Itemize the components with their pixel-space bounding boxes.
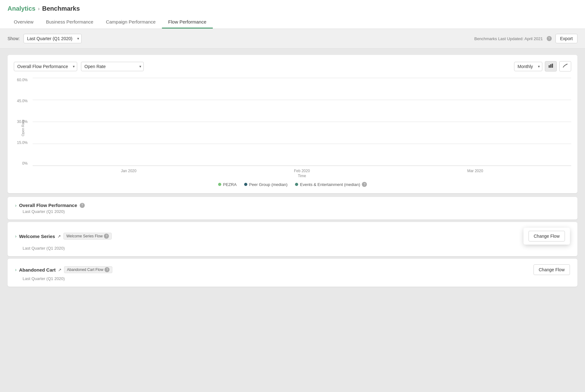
abandoned-flow-date: Last Quarter (Q1 2020)	[15, 276, 570, 281]
flow-row-abandoned: › Abandoned Cart ↗ Abandoned Cart Flow ?…	[8, 259, 577, 287]
chart-inner: Jan 2020 Feb 2020 Mar 2020 Time	[33, 78, 571, 178]
bar-chart-icon	[548, 64, 553, 69]
abandoned-flow-badge: Abandoned Cart Flow ?	[64, 266, 112, 273]
toolbar-right: Benchmarks Last Updated: April 2021 ? Ex…	[474, 34, 577, 43]
flow-row-welcome-left: › Welcome Series ↗ Welcome Series Flow ?	[15, 233, 112, 240]
header: Analytics › Benchmarks Overview Business…	[0, 0, 585, 29]
tab-overview[interactable]: Overview	[8, 16, 40, 29]
period-chart-select-wrapper: Monthly	[514, 62, 542, 71]
abandoned-flow-name: Abandoned Cart	[19, 267, 56, 273]
page-title: Benchmarks	[42, 5, 80, 12]
y-axis-title: Open Rate	[21, 119, 25, 136]
legend-dot-industry	[295, 183, 298, 186]
flow-select-wrapper: Overall Flow Performance	[14, 62, 77, 71]
svg-rect-0	[549, 65, 550, 68]
breadcrumb-chevron: ›	[38, 6, 40, 12]
tab-campaign[interactable]: Campaign Performance	[99, 16, 162, 29]
period-select-wrapper: Last Quarter (Q1 2020)	[24, 34, 82, 43]
legend-dot-peer	[244, 183, 247, 186]
welcome-change-flow-highlight: Change Flow	[523, 228, 570, 245]
abandoned-badge-label: Abandoned Cart Flow	[67, 268, 103, 272]
analytics-link[interactable]: Analytics	[8, 5, 35, 12]
bars-container	[33, 78, 571, 166]
svg-rect-2	[552, 64, 553, 68]
abandoned-badge-info-icon[interactable]: ?	[105, 267, 110, 272]
toolbar: Show: Last Quarter (Q1 2020) Benchmarks …	[0, 29, 585, 49]
x-label-jan: Jan 2020	[96, 169, 162, 173]
overall-flow-name: Overall Flow Performance	[19, 203, 77, 208]
welcome-badge-info-icon[interactable]: ?	[104, 234, 109, 239]
flow-row-welcome: › Welcome Series ↗ Welcome Series Flow ?…	[8, 222, 577, 256]
x-label-mar: Mar 2020	[442, 169, 508, 173]
x-labels: Jan 2020 Feb 2020 Mar 2020	[33, 169, 571, 173]
period-chart-select[interactable]: Monthly	[514, 62, 542, 71]
bar-chart-button[interactable]	[545, 61, 557, 72]
export-button[interactable]: Export	[555, 34, 577, 43]
tab-nav: Overview Business Performance Campaign P…	[8, 16, 577, 29]
abandoned-expand-chevron[interactable]: ›	[15, 267, 17, 272]
overall-flow-date: Last Quarter (Q1 2020)	[15, 209, 570, 214]
metric-select[interactable]: Open Rate	[81, 62, 144, 71]
flow-row-overall-left: › Overall Flow Performance ?	[15, 203, 85, 208]
legend-industry: Events & Entertainment (median) ?	[295, 182, 367, 187]
welcome-external-link-icon[interactable]: ↗	[57, 234, 61, 239]
legend-label-peer: Peer Group (median)	[249, 182, 287, 187]
tab-flow[interactable]: Flow Performance	[162, 16, 213, 29]
x-axis-title: Time	[33, 174, 571, 178]
overall-expand-chevron[interactable]: ›	[15, 203, 17, 208]
period-select[interactable]: Last Quarter (Q1 2020)	[24, 34, 82, 43]
legend-label-pezra: PEZRA	[223, 182, 237, 187]
grid-line-0	[33, 166, 571, 166]
welcome-expand-chevron[interactable]: ›	[15, 234, 17, 239]
breadcrumb: Analytics › Benchmarks	[8, 5, 577, 16]
welcome-flow-name: Welcome Series	[19, 234, 55, 239]
legend-dot-pezra	[218, 183, 221, 186]
welcome-change-flow-button[interactable]: Change Flow	[529, 231, 565, 241]
main-content: Overall Flow Performance Open Rate Month…	[0, 49, 585, 295]
abandoned-change-flow-button[interactable]: Change Flow	[534, 264, 570, 275]
flow-row-welcome-header: › Welcome Series ↗ Welcome Series Flow ?…	[15, 228, 570, 245]
x-label-feb: Feb 2020	[269, 169, 335, 173]
flow-row-abandoned-left: › Abandoned Cart ↗ Abandoned Cart Flow ?	[15, 266, 112, 273]
legend-pezra: PEZRA	[218, 182, 237, 187]
flow-row-overall: › Overall Flow Performance ? Last Quarte…	[8, 197, 577, 220]
chart-legend: PEZRA Peer Group (median) Events & Enter…	[14, 182, 571, 187]
y-label-45: 45.0%	[17, 99, 28, 103]
welcome-flow-badge: Welcome Series Flow ?	[63, 233, 112, 240]
benchmarks-info-icon[interactable]: ?	[547, 36, 552, 41]
overall-info-icon[interactable]: ?	[80, 203, 85, 208]
abandoned-external-link-icon[interactable]: ↗	[58, 268, 62, 272]
industry-info-icon[interactable]: ?	[362, 182, 367, 187]
y-label-15: 15.0%	[17, 140, 28, 145]
metric-select-wrapper: Open Rate	[81, 62, 144, 71]
legend-label-industry: Events & Entertainment (median)	[300, 182, 360, 187]
chart-area: 60.0% 45.0% 30.0% 15.0% 0% Open Rate	[14, 78, 571, 178]
welcome-badge-label: Welcome Series Flow	[66, 234, 103, 238]
chart-section: Overall Flow Performance Open Rate Month…	[8, 55, 577, 193]
line-chart-icon	[563, 64, 568, 69]
show-label: Show:	[8, 36, 20, 41]
flow-select[interactable]: Overall Flow Performance	[14, 62, 77, 71]
benchmarks-label: Benchmarks Last Updated: April 2021	[474, 36, 543, 41]
toolbar-left: Show: Last Quarter (Q1 2020)	[8, 34, 82, 43]
legend-peer: Peer Group (median)	[244, 182, 287, 187]
flow-row-overall-header: › Overall Flow Performance ?	[15, 203, 570, 208]
line-chart-button[interactable]	[559, 61, 571, 72]
flow-row-abandoned-header: › Abandoned Cart ↗ Abandoned Cart Flow ?…	[15, 264, 570, 275]
chart-controls: Overall Flow Performance Open Rate Month…	[14, 61, 571, 72]
chart-controls-right: Monthly	[514, 61, 571, 72]
svg-rect-1	[550, 64, 551, 68]
tab-business[interactable]: Business Performance	[40, 16, 100, 29]
welcome-flow-date: Last Quarter (Q1 2020)	[15, 246, 570, 251]
y-label-0: 0%	[22, 161, 28, 166]
y-label-60: 60.0%	[17, 78, 28, 82]
